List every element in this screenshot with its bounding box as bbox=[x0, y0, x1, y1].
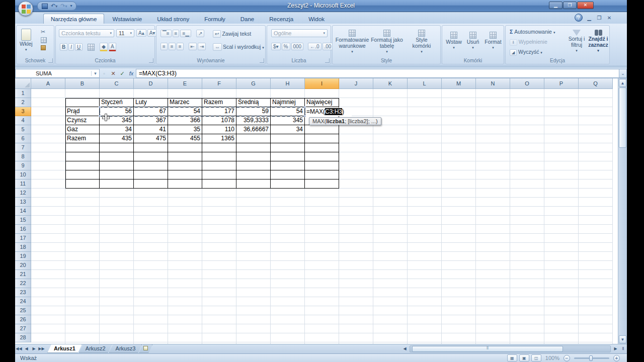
cell-E4[interactable]: 366 bbox=[168, 116, 202, 125]
cell-F7[interactable] bbox=[202, 143, 236, 152]
row-header-7[interactable]: 7 bbox=[15, 143, 31, 152]
font-name-select[interactable]: Czcionka tekstu▾ bbox=[59, 29, 114, 37]
row-header-13[interactable]: 13 bbox=[15, 198, 31, 207]
cell-G7[interactable] bbox=[236, 143, 271, 152]
paste-button[interactable]: Wklej▾ bbox=[20, 29, 33, 53]
column-header-E[interactable]: E bbox=[168, 78, 202, 89]
cell-H7[interactable] bbox=[271, 143, 305, 152]
cell-G2[interactable]: Średnią bbox=[236, 98, 271, 107]
formula-input[interactable]: =MAX(C3:H3) bbox=[136, 69, 619, 78]
sheet-tab-arkusz1[interactable]: Arkusz1 bbox=[47, 344, 82, 353]
column-header-Q[interactable]: Q bbox=[579, 78, 613, 89]
cancel-formula-icon[interactable]: ✕ bbox=[109, 69, 118, 77]
font-dialog-launcher[interactable] bbox=[149, 58, 153, 63]
merge-center-button[interactable]: ⇔Scal i wyśrodkuj ▾ bbox=[213, 43, 264, 51]
cell-H8[interactable] bbox=[271, 152, 305, 161]
bold-icon[interactable]: B bbox=[60, 43, 67, 51]
cell-G6[interactable] bbox=[236, 134, 271, 143]
row-header-21[interactable]: 21 bbox=[15, 270, 31, 279]
sort-filter-button[interactable]: Sortuj i filtruj▾ bbox=[567, 30, 586, 54]
align-center-icon[interactable]: ≡ bbox=[169, 43, 176, 50]
hscroll-left-icon[interactable]: ◀ bbox=[401, 344, 409, 353]
cell-B5[interactable]: Gaz bbox=[65, 125, 100, 134]
find-select-button[interactable]: Znajdź i zaznacz▾ bbox=[587, 30, 609, 54]
workbook-minimize-icon[interactable]: ▁ bbox=[586, 15, 593, 21]
zoom-slider-handle[interactable] bbox=[589, 355, 593, 361]
workbook-restore-icon[interactable]: ❐ bbox=[596, 15, 603, 21]
horizontal-scrollbar[interactable]: ◀ ▶ ⦀ bbox=[401, 344, 627, 353]
row-header-24[interactable]: 24 bbox=[15, 297, 31, 306]
format-as-table-button[interactable]: Formatuj jako tabelę▾ bbox=[371, 30, 403, 55]
insert-function-icon[interactable]: fx bbox=[127, 69, 136, 77]
cell-B6[interactable]: Razem bbox=[65, 134, 100, 143]
vertical-scrollbar[interactable]: ▲ ▼ bbox=[618, 78, 627, 344]
delete-cells-button[interactable]: Usuń▾ bbox=[464, 32, 481, 51]
sheet-tab-arkusz2[interactable]: Arkusz2 bbox=[79, 344, 112, 353]
close-button[interactable]: ✕ bbox=[577, 2, 594, 9]
vertical-scroll-thumb[interactable] bbox=[619, 87, 626, 148]
cell-F6[interactable]: 1365 bbox=[202, 134, 236, 143]
column-header-P[interactable]: P bbox=[544, 78, 579, 89]
prev-sheet-icon[interactable]: ◀ bbox=[23, 344, 30, 353]
cell-D5[interactable]: 41 bbox=[134, 125, 168, 134]
active-cell-edit[interactable]: =MAX(C3:H3) bbox=[305, 108, 352, 116]
row-header-4[interactable]: 4 bbox=[15, 116, 31, 125]
borders-icon[interactable] bbox=[88, 44, 95, 51]
cell-D7[interactable] bbox=[134, 143, 168, 152]
fill-button[interactable]: ⬇ Wypełnienie bbox=[510, 39, 547, 46]
orientation-icon[interactable]: ↗ bbox=[196, 30, 204, 37]
column-header-N[interactable]: N bbox=[476, 78, 510, 89]
increase-indent-icon[interactable]: ⇥ bbox=[198, 43, 206, 50]
italic-icon[interactable]: I bbox=[68, 43, 74, 51]
cell-I8[interactable] bbox=[305, 152, 339, 161]
cell-I10[interactable] bbox=[305, 170, 339, 179]
cell-D8[interactable] bbox=[134, 152, 168, 161]
cell-G8[interactable] bbox=[236, 152, 271, 161]
column-header-I[interactable]: I bbox=[305, 78, 339, 89]
cell-C10[interactable] bbox=[100, 170, 134, 179]
row-header-27[interactable]: 27 bbox=[15, 324, 31, 333]
hscroll-right-icon[interactable]: ▶ bbox=[612, 344, 619, 353]
row-header-11[interactable]: 11 bbox=[15, 179, 31, 189]
font-color-icon[interactable]: A bbox=[109, 43, 116, 51]
row-header-23[interactable]: 23 bbox=[15, 288, 31, 297]
cell-H5[interactable]: 34 bbox=[271, 125, 305, 134]
row-header-10[interactable]: 10 bbox=[15, 170, 31, 179]
font-size-select[interactable]: 11▾ bbox=[116, 29, 134, 37]
cell-styles-button[interactable]: Style komórki▾ bbox=[406, 30, 437, 55]
cell-B4[interactable]: Czynsz bbox=[65, 116, 100, 125]
last-sheet-icon[interactable]: ▶▶ bbox=[38, 344, 45, 353]
cell-C7[interactable] bbox=[100, 143, 134, 152]
cell-C11[interactable] bbox=[100, 179, 134, 189]
expand-formula-bar-icon[interactable]: ⌄ bbox=[619, 69, 627, 78]
cell-F4[interactable]: 1078 bbox=[202, 116, 236, 125]
row-header-18[interactable]: 18 bbox=[15, 243, 31, 252]
cell-G11[interactable] bbox=[236, 179, 271, 189]
cell-I5[interactable] bbox=[305, 125, 339, 134]
row-header-3[interactable]: 3 bbox=[15, 107, 31, 116]
row-header-22[interactable]: 22 bbox=[15, 279, 31, 288]
column-header-M[interactable]: M bbox=[442, 78, 476, 89]
clipboard-dialog-launcher[interactable] bbox=[48, 58, 53, 63]
conditional-formatting-button[interactable]: Formatowanie warunkowe▾ bbox=[336, 30, 369, 55]
row-header-1[interactable]: 1 bbox=[15, 89, 31, 98]
cell-F9[interactable] bbox=[202, 161, 236, 170]
cut-icon[interactable]: ✂ bbox=[41, 29, 47, 35]
align-right-icon[interactable]: ≡ bbox=[177, 43, 184, 50]
copy-icon[interactable] bbox=[41, 37, 47, 43]
select-all-corner[interactable] bbox=[15, 78, 31, 89]
cell-C2[interactable]: Styczeń bbox=[100, 98, 134, 107]
cell-D10[interactable] bbox=[134, 170, 168, 179]
scroll-down-icon[interactable]: ▼ bbox=[619, 335, 626, 343]
column-header-D[interactable]: D bbox=[134, 78, 168, 89]
cell-I11[interactable] bbox=[305, 179, 339, 189]
cell-E5[interactable]: 35 bbox=[168, 125, 202, 134]
row-header-28[interactable]: 28 bbox=[15, 333, 31, 342]
cell-F5[interactable]: 110 bbox=[202, 125, 236, 134]
ribbon-tab-formu-y[interactable]: Formuły bbox=[197, 14, 232, 24]
cell-E2[interactable]: Marzec bbox=[168, 98, 202, 107]
scroll-up-icon[interactable]: ▲ bbox=[619, 79, 626, 87]
column-header-B[interactable]: B bbox=[65, 78, 100, 89]
decrease-indent-icon[interactable]: ⇤ bbox=[189, 43, 197, 50]
insert-cells-button[interactable]: Wstaw▾ bbox=[445, 32, 462, 51]
